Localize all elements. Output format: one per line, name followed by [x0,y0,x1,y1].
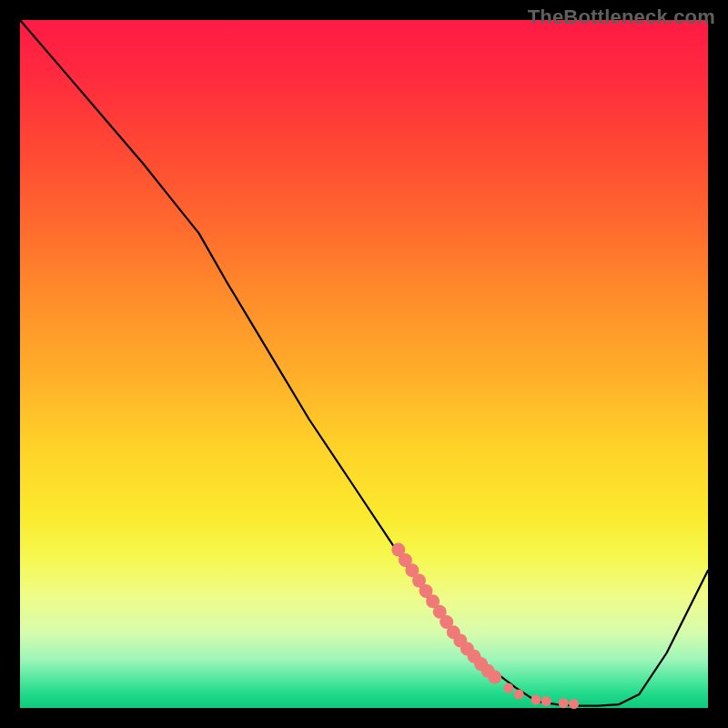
highlight-dot [541,696,551,706]
highlight-dot [488,671,501,684]
highlight-dot [514,689,524,699]
highlight-dot [503,683,513,693]
chart-svg [20,20,708,708]
watermark-text: TheBottleneck.com [528,5,715,29]
chart-frame: TheBottleneck.com [0,0,728,728]
highlight-dot [569,699,579,709]
highlight-dot [531,694,541,704]
highlight-dots [391,543,579,709]
bottleneck-curve [20,20,708,706]
highlight-dot [559,698,569,708]
plot-area [20,20,708,708]
